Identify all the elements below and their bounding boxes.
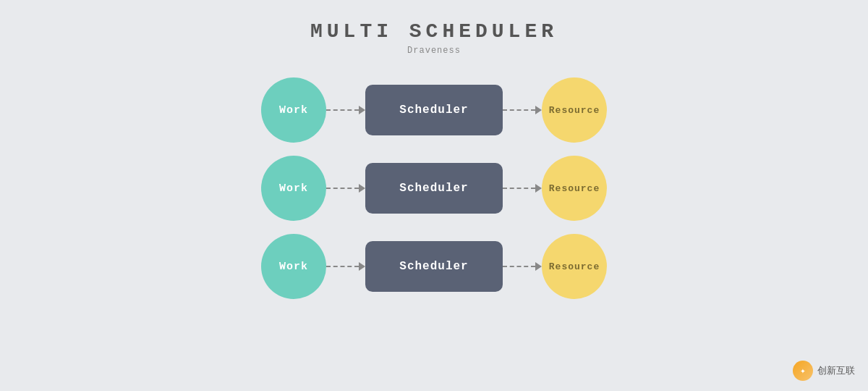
- resource-circle-1: Resource: [542, 156, 607, 221]
- row-2: WorkSchedulerResource: [261, 234, 607, 299]
- scheduler-box-2: Scheduler: [365, 241, 503, 292]
- page-container: MULTI SCHEDULER Draveness WorkSchedulerR…: [0, 0, 868, 391]
- scheduler-box-0: Scheduler: [365, 85, 503, 135]
- arrow-work-to-scheduler-2: [326, 262, 365, 271]
- resource-circle-2: Resource: [542, 234, 607, 299]
- diagram-area: WorkSchedulerResourceWorkSchedulerResour…: [261, 77, 607, 299]
- scheduler-box-1: Scheduler: [365, 163, 503, 214]
- arrow-head: [359, 262, 365, 271]
- watermark-icon: ✦: [793, 361, 813, 381]
- dashed-line: [326, 266, 359, 267]
- resource-circle-0: Resource: [542, 77, 607, 143]
- dashed-line: [326, 188, 359, 189]
- arrow-head: [535, 262, 542, 271]
- subtitle: Draveness: [310, 46, 558, 56]
- watermark: ✦ 创新互联: [793, 361, 855, 381]
- arrow-work-to-scheduler-0: [326, 106, 365, 114]
- row-0: WorkSchedulerResource: [261, 77, 607, 143]
- arrow-scheduler-to-resource-1: [503, 184, 542, 193]
- arrow-work-to-scheduler-1: [326, 184, 365, 193]
- arrow-head: [359, 184, 365, 193]
- watermark-text: 创新互联: [817, 364, 855, 377]
- main-title: MULTI SCHEDULER: [310, 20, 558, 43]
- work-circle-1: Work: [261, 156, 326, 221]
- work-circle-2: Work: [261, 234, 326, 299]
- dashed-line: [503, 188, 535, 189]
- arrow-scheduler-to-resource-0: [503, 106, 542, 114]
- dashed-line: [326, 109, 359, 111]
- arrow-scheduler-to-resource-2: [503, 262, 542, 271]
- work-circle-0: Work: [261, 77, 326, 143]
- dashed-line: [503, 109, 535, 111]
- arrow-head: [359, 106, 365, 114]
- arrow-head: [535, 184, 542, 193]
- row-1: WorkSchedulerResource: [261, 156, 607, 221]
- title-section: MULTI SCHEDULER Draveness: [310, 20, 558, 56]
- dashed-line: [503, 266, 535, 267]
- arrow-head: [535, 106, 542, 114]
